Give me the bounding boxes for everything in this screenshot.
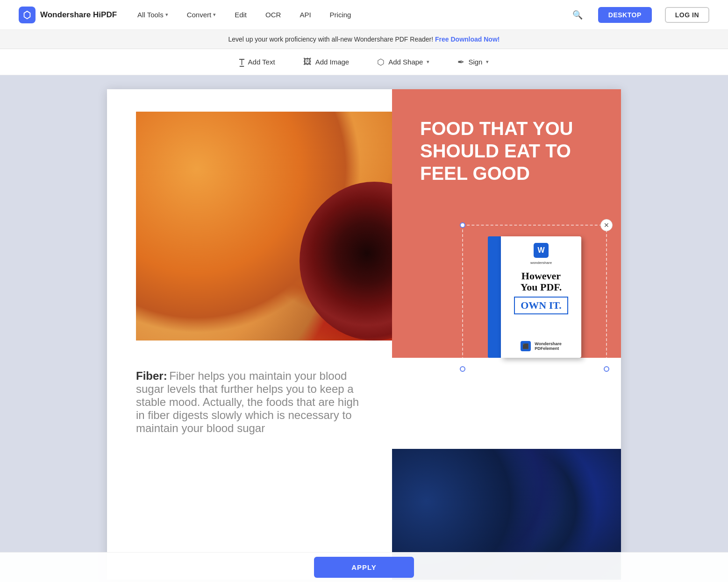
add-text-button[interactable]: T̲ Add Text	[235, 54, 280, 70]
text-icon: T̲	[239, 57, 244, 67]
nav-ocr-label: OCR	[265, 11, 281, 19]
chevron-down-icon: ▾	[427, 59, 429, 65]
nav-api[interactable]: API	[297, 9, 314, 21]
nav-edit-label: Edit	[235, 11, 247, 19]
nav-convert-label: Convert	[187, 11, 212, 19]
nav-pricing-label: Pricing	[330, 11, 351, 19]
fiber-paragraph: Fiber: Fiber helps you maintain your blo…	[136, 369, 360, 435]
book-footer: ⬛ Wondershare PDFelement	[521, 341, 561, 351]
chevron-down-icon: ▾	[165, 12, 168, 18]
search-icon[interactable]: 🔍	[570, 7, 585, 22]
nav-api-label: API	[300, 11, 311, 19]
nav-ocr[interactable]: OCR	[263, 9, 284, 21]
banner-text: Level up your work proficiency with all-…	[228, 35, 434, 43]
book-spine	[488, 236, 501, 358]
sign-label: Sign	[468, 58, 482, 66]
book-own-label: OWN IT.	[514, 297, 568, 314]
resize-handle-bl[interactable]	[460, 366, 465, 372]
content-area: FOOD THAT YOU SHOULD EAT TO FEEL GOOD ✕ …	[0, 75, 728, 582]
edit-toolbar: T̲ Add Text 🖼 Add Image ⬡ Add Shape ▾ ✒ …	[0, 49, 728, 75]
sign-icon: ✒	[457, 57, 464, 67]
nav-edit[interactable]: Edit	[232, 9, 250, 21]
book-footer-text: Wondershare PDFelement	[535, 341, 561, 351]
close-icon[interactable]: ✕	[600, 219, 613, 231]
nav-all-tools-label: All Tools	[137, 11, 164, 19]
resize-handle-tl[interactable]	[460, 222, 465, 228]
logo-text: Wondershare HiPDF	[40, 10, 117, 20]
add-image-label: Add Image	[315, 58, 350, 66]
shape-icon: ⬡	[377, 57, 385, 67]
image-icon: 🖼	[303, 57, 312, 67]
fiber-bold-label: Fiber:	[136, 369, 167, 382]
apply-button[interactable]: APPLY	[314, 557, 414, 578]
nav-pricing[interactable]: Pricing	[327, 9, 354, 21]
chevron-down-icon: ▾	[486, 59, 489, 65]
apply-bar: APPLY	[0, 552, 728, 582]
product-box-container[interactable]: ✕ W wondershare However You PDF. OWN IT.…	[462, 225, 607, 369]
sidebar-title: FOOD THAT YOU SHOULD EAT TO FEEL GOOD	[420, 117, 598, 185]
nav-all-tools[interactable]: All Tools ▾	[135, 9, 171, 21]
logo-svg	[22, 10, 32, 20]
chevron-down-icon: ▾	[213, 12, 216, 18]
desktop-button[interactable]: DESKTOP	[598, 7, 652, 23]
sign-button[interactable]: ✒ Sign ▾	[453, 54, 493, 70]
promo-banner: Level up your work proficiency with all-…	[0, 30, 728, 49]
add-text-label: Add Text	[248, 58, 275, 66]
book-brand: wondershare	[530, 261, 552, 265]
book-cover: W wondershare However You PDF. OWN IT. ⬛…	[501, 236, 581, 358]
add-image-button[interactable]: 🖼 Add Image	[299, 54, 354, 70]
navbar: Wondershare HiPDF All Tools ▾ Convert ▾ …	[0, 0, 728, 30]
banner-link[interactable]: Free Download Now!	[435, 35, 500, 43]
book-logo-icon: W	[534, 243, 549, 258]
resize-handle-br[interactable]	[604, 366, 609, 372]
book-title: However You PDF.	[521, 270, 562, 293]
fiber-body-text: Fiber helps you maintain your blood suga…	[136, 369, 359, 434]
fiber-text-block: Fiber: Fiber helps you maintain your blo…	[136, 369, 360, 435]
logo[interactable]: Wondershare HiPDF	[19, 7, 117, 23]
add-shape-label: Add Shape	[388, 58, 423, 66]
pdfelement-icon: ⬛	[521, 341, 531, 351]
add-shape-button[interactable]: ⬡ Add Shape ▾	[372, 54, 434, 70]
pdf-page: FOOD THAT YOU SHOULD EAT TO FEEL GOOD ✕ …	[107, 89, 621, 580]
nav-convert[interactable]: Convert ▾	[184, 9, 219, 21]
login-button[interactable]: LOG IN	[665, 7, 709, 23]
logo-icon	[19, 7, 36, 23]
product-book: W wondershare However You PDF. OWN IT. ⬛…	[488, 236, 581, 358]
